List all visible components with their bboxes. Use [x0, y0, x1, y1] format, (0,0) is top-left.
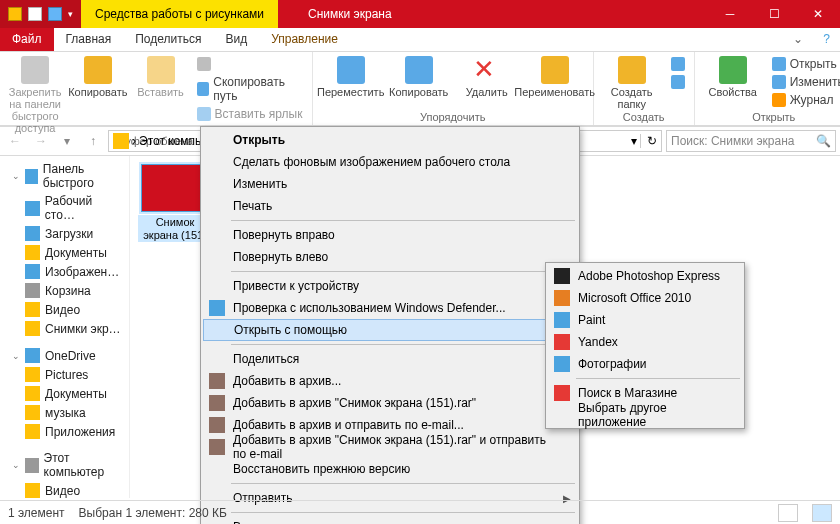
menu-item-app[interactable]: Adobe Photoshop Express	[548, 265, 742, 287]
app-icon	[554, 268, 570, 284]
menu-item-open[interactable]: Открыть	[203, 129, 577, 151]
tab-manage[interactable]: Управление	[259, 28, 350, 51]
menu-item-archive[interactable]: Добавить в архив...	[203, 370, 577, 392]
folder-icon	[25, 424, 40, 439]
sidebar-item-pc[interactable]: ⌄Этот компьютер	[0, 449, 129, 481]
ribbon: Закрепить на панели быстрого доступа Коп…	[0, 52, 840, 126]
sidebar-item-onedrive[interactable]: ⌄OneDrive	[0, 346, 129, 365]
pin-button[interactable]: Закрепить на панели быстрого доступа	[6, 54, 64, 134]
tab-share[interactable]: Поделиться	[123, 28, 213, 51]
menu-item-app[interactable]: Microsoft Office 2010	[548, 287, 742, 309]
menu-item-defender[interactable]: Проверка с использованием Windows Defend…	[203, 297, 577, 319]
sidebar-item[interactable]: Pictures	[0, 365, 129, 384]
ribbon-tabs: Файл Главная Поделиться Вид Управление ⌄…	[0, 28, 840, 52]
maximize-button[interactable]: ☐	[752, 0, 796, 28]
sidebar-item[interactable]: музыка	[0, 403, 129, 422]
move-to-button[interactable]: Переместить	[319, 54, 383, 98]
menu-item-print[interactable]: Печать	[203, 195, 577, 217]
archive-icon	[209, 439, 225, 455]
menu-item-archive[interactable]: Добавить в архив "Снимок экрана (151).ra…	[203, 392, 577, 414]
sidebar-item-quick-access[interactable]: ⌄Панель быстрого	[0, 160, 129, 192]
menu-item-rotate-right[interactable]: Повернуть вправо	[203, 224, 577, 246]
minimize-button[interactable]: ─	[708, 0, 752, 28]
menu-item-app[interactable]: Yandex	[548, 331, 742, 353]
store-icon	[554, 385, 570, 401]
folder-icon	[25, 321, 40, 336]
tab-view[interactable]: Вид	[213, 28, 259, 51]
app-icon	[554, 290, 570, 306]
sidebar-item-trash[interactable]: Корзина	[0, 281, 129, 300]
paste-shortcut-button[interactable]: Вставить ярлык	[194, 106, 306, 122]
desktop-icon	[25, 201, 40, 216]
tab-home[interactable]: Главная	[54, 28, 124, 51]
menu-item-edit[interactable]: Изменить	[203, 173, 577, 195]
chevron-down-icon[interactable]: ▾	[68, 9, 73, 19]
sidebar-item[interactable]: Видео	[0, 481, 129, 498]
contextual-tab-header: Средства работы с рисунками	[81, 0, 278, 28]
pictures-icon	[25, 264, 40, 279]
paste-button[interactable]: Вставить	[131, 54, 189, 98]
sidebar-item-documents[interactable]: Документы	[0, 243, 129, 262]
menu-item-share[interactable]: Поделиться▶	[203, 348, 577, 370]
properties-button[interactable]: Свойства	[701, 54, 765, 98]
navigation-pane: ⌄Панель быстрого Рабочий сто… Загрузки Д…	[0, 156, 130, 498]
thumbnail	[141, 164, 209, 212]
sidebar-item-screenshots[interactable]: Снимки экр…	[0, 319, 129, 338]
details-view-button[interactable]	[778, 504, 798, 522]
pc-icon	[25, 458, 39, 473]
sidebar-item-video[interactable]: Видео	[0, 300, 129, 319]
sidebar-item[interactable]: Документы	[0, 384, 129, 403]
qat-icon[interactable]	[48, 7, 62, 21]
copy-to-button[interactable]: Копировать	[387, 54, 451, 98]
group-label: Открыть	[701, 110, 840, 125]
back-button[interactable]: ←	[4, 130, 26, 152]
edit-button[interactable]: Изменить	[769, 74, 840, 90]
qat-icon[interactable]	[28, 7, 42, 21]
window-title: Снимки экрана	[278, 0, 708, 28]
sidebar-item-desktop[interactable]: Рабочий сто…	[0, 192, 129, 224]
menu-item-open-with[interactable]: Открыть с помощью▶	[203, 319, 577, 341]
rename-button[interactable]: Переименовать	[523, 54, 587, 98]
delete-button[interactable]: ✕Удалить	[455, 54, 519, 98]
app-icon	[554, 334, 570, 350]
thumbnails-view-button[interactable]	[812, 504, 832, 522]
search-input[interactable]: Поиск: Снимки экрана🔍	[666, 130, 836, 152]
copy-button[interactable]: Копировать	[68, 54, 127, 98]
close-button[interactable]: ✕	[796, 0, 840, 28]
quick-access-toolbar: ▾	[0, 0, 81, 28]
archive-icon	[209, 395, 225, 411]
context-menu: Открыть Сделать фоновым изображением раб…	[200, 126, 580, 524]
menu-item-app[interactable]: Фотографии	[548, 353, 742, 375]
new-item-button[interactable]	[668, 56, 688, 72]
cloud-icon	[25, 348, 40, 363]
documents-icon	[25, 245, 40, 260]
group-label: Создать	[600, 110, 688, 125]
history-button[interactable]: Журнал	[769, 92, 840, 108]
menu-item-choose-app[interactable]: Выбрать другое приложение	[548, 404, 742, 426]
titlebar: ▾ Средства работы с рисунками Снимки экр…	[0, 0, 840, 28]
up-button[interactable]: ↑	[82, 130, 104, 152]
file-tab[interactable]: Файл	[0, 28, 54, 51]
menu-item-app[interactable]: Paint	[548, 309, 742, 331]
group-label: Упорядочить	[319, 110, 587, 125]
folder-icon	[113, 133, 129, 149]
menu-item-set-background[interactable]: Сделать фоновым изображением рабочего ст…	[203, 151, 577, 173]
sidebar-item-pictures[interactable]: Изображен…	[0, 262, 129, 281]
forward-button[interactable]: →	[30, 130, 52, 152]
copy-path-button[interactable]: Скопировать путь	[194, 74, 306, 104]
menu-item-rotate-left[interactable]: Повернуть влево	[203, 246, 577, 268]
sidebar-item-downloads[interactable]: Загрузки	[0, 224, 129, 243]
cut-button[interactable]	[194, 56, 306, 72]
easy-access-button[interactable]	[668, 74, 688, 90]
open-button[interactable]: Открыть	[769, 56, 840, 72]
search-icon: 🔍	[816, 134, 831, 148]
new-folder-button[interactable]: Создать папку	[600, 54, 664, 110]
star-icon	[25, 169, 38, 184]
help-button[interactable]: ?	[813, 28, 840, 51]
folder-icon	[25, 367, 40, 382]
menu-item-cast[interactable]: Привести к устройству▶	[203, 275, 577, 297]
collapse-ribbon-button[interactable]: ⌄	[783, 28, 813, 51]
menu-item-restore[interactable]: Восстановить прежнюю версию	[203, 458, 577, 480]
menu-item-archive[interactable]: Добавить в архив "Снимок экрана (151).ra…	[203, 436, 577, 458]
sidebar-item[interactable]: Приложения	[0, 422, 129, 441]
